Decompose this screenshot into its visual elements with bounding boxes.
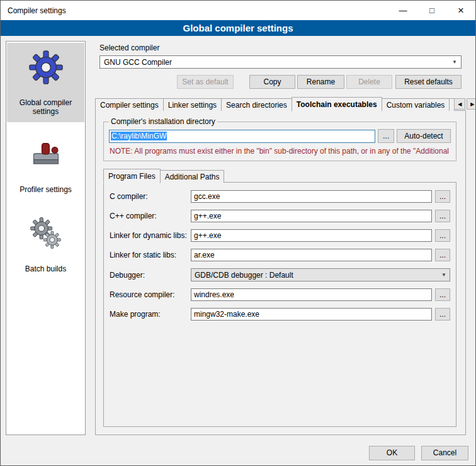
compiler-buttons-row: Set as default Copy Rename Delete Reset …	[99, 75, 462, 89]
blue-gear-icon	[29, 50, 63, 84]
debugger-label: Debugger:	[110, 271, 188, 280]
selected-compiler-label: Selected compiler	[99, 43, 462, 52]
debugger-value: GDB/CDB debugger : Default	[195, 271, 293, 280]
linker-static-browse-button[interactable]: ...	[435, 249, 450, 261]
linker-static-label: Linker for static libs:	[110, 251, 188, 259]
reset-defaults-button[interactable]: Reset defaults	[395, 75, 462, 89]
cancel-button[interactable]: Cancel	[421, 446, 468, 460]
c-compiler-browse-button[interactable]: ...	[435, 190, 450, 203]
resource-compiler-input[interactable]: windres.exe	[191, 288, 432, 301]
linker-dynamic-value: g++.exe	[194, 231, 221, 240]
titlebar[interactable]: Compiler settings — □ ×	[1, 1, 475, 20]
sidebar-item-profiler-settings[interactable]: Profiler settings	[7, 131, 84, 200]
tab-scroll-arrows: ◀ ▶	[454, 98, 476, 110]
sidebar-item-label: Profiler settings	[11, 185, 81, 194]
tab-additional-paths[interactable]: Additional Paths	[160, 170, 225, 183]
program-files-tab-bar: Program Files Additional Paths	[103, 169, 456, 183]
tab-search-directories[interactable]: Search directories	[221, 98, 292, 111]
maximize-button[interactable]: □	[417, 1, 446, 20]
tab-scroll-left-button[interactable]: ◀	[454, 98, 465, 110]
tab-program-files[interactable]: Program Files	[103, 169, 161, 183]
program-files-page: C compiler: gcc.exe ... C++ compiler: g+…	[103, 182, 456, 427]
installation-directory-legend: Compiler's installation directory	[109, 117, 217, 126]
tab-custom-variables[interactable]: Custom variables	[382, 98, 450, 111]
chevron-down-icon: ▼	[452, 59, 457, 65]
field-row: C++ compiler: g++.exe ...	[110, 210, 450, 222]
main-panel: Selected compiler GNU GCC Compiler ▼ Set…	[92, 41, 470, 435]
arrow-left-icon: ◀	[458, 101, 462, 107]
compiler-settings-dialog: Compiler settings — □ × Global compiler …	[0, 0, 476, 466]
page-title: Global compiler settings	[1, 20, 475, 36]
linker-dynamic-browse-button[interactable]: ...	[435, 229, 450, 242]
installation-directory-value: C:\raylib\MinGW	[111, 132, 167, 140]
tab-scroll-right-button[interactable]: ▶	[467, 98, 476, 110]
debugger-select[interactable]: GDB/CDB debugger : Default ▼	[191, 268, 450, 281]
resource-compiler-value: windres.exe	[194, 290, 234, 299]
dialog-footer: OK Cancel	[1, 440, 475, 465]
tab-linker-settings[interactable]: Linker settings	[163, 98, 222, 111]
minimize-button[interactable]: —	[388, 1, 417, 20]
arrow-right-icon: ▶	[470, 101, 474, 107]
linker-static-input[interactable]: ar.exe	[191, 249, 432, 261]
toolchain-tab-page: Compiler's installation directory C:\ray…	[95, 110, 466, 435]
compiler-select-value: GNU GCC Compiler	[104, 58, 172, 67]
sidebar: Global compiler settings Profiler settin…	[6, 41, 86, 435]
installation-directory-input[interactable]: C:\raylib\MinGW	[109, 130, 375, 143]
make-program-browse-button[interactable]: ...	[435, 308, 450, 321]
settings-tab-bar: Compiler settings Linker settings Search…	[95, 97, 466, 111]
browse-directory-button[interactable]: ...	[378, 129, 394, 143]
window-controls: — □ ×	[388, 1, 475, 20]
compiler-select[interactable]: GNU GCC Compiler ▼	[99, 55, 462, 69]
close-button[interactable]: ×	[446, 1, 475, 20]
sidebar-item-label: Global compiler settings	[11, 98, 81, 116]
c-compiler-input[interactable]: gcc.exe	[191, 190, 432, 203]
rename-button[interactable]: Rename	[297, 75, 344, 89]
linker-dynamic-input[interactable]: g++.exe	[191, 229, 432, 242]
window-title: Compiler settings	[8, 6, 66, 15]
cpp-compiler-browse-button[interactable]: ...	[435, 210, 450, 222]
make-program-input[interactable]: mingw32-make.exe	[191, 308, 432, 321]
ok-button[interactable]: OK	[369, 446, 415, 460]
field-row: Make program: mingw32-make.exe ...	[110, 308, 450, 321]
c-compiler-label: C compiler:	[110, 192, 188, 201]
field-row: Linker for static libs: ar.exe ...	[110, 249, 450, 261]
resource-compiler-label: Resource compiler:	[110, 290, 188, 299]
resource-compiler-browse-button[interactable]: ...	[435, 288, 450, 301]
delete-button[interactable]: Delete	[346, 75, 392, 89]
field-row: Resource compiler: windres.exe ...	[110, 288, 450, 301]
chevron-down-icon: ▼	[441, 272, 446, 278]
maximize-icon: □	[429, 6, 434, 15]
profiler-plane-icon	[30, 139, 62, 171]
field-row: C compiler: gcc.exe ...	[110, 190, 450, 203]
copy-button[interactable]: Copy	[249, 75, 295, 89]
tab-toolchain-executables[interactable]: Toolchain executables	[292, 97, 382, 111]
field-row: Debugger: GDB/CDB debugger : Default ▼	[110, 268, 450, 281]
installation-directory-row: C:\raylib\MinGW ... Auto-detect	[109, 129, 451, 143]
dialog-body: Global compiler settings Profiler settin…	[1, 36, 475, 440]
cpp-compiler-input[interactable]: g++.exe	[191, 210, 432, 222]
installation-directory-group: Compiler's installation directory C:\ray…	[103, 117, 456, 161]
c-compiler-value: gcc.exe	[194, 192, 220, 201]
sidebar-item-batch-builds[interactable]: Batch builds	[7, 209, 84, 280]
linker-static-value: ar.exe	[194, 251, 215, 259]
sidebar-item-global-compiler-settings[interactable]: Global compiler settings	[7, 43, 84, 122]
bin-subdirectory-note: NOTE: All programs must exist either in …	[110, 147, 450, 156]
make-program-label: Make program:	[110, 310, 188, 319]
auto-detect-button[interactable]: Auto-detect	[397, 129, 451, 143]
set-as-default-button[interactable]: Set as default	[177, 75, 234, 89]
close-icon: ×	[458, 4, 464, 17]
field-row: Linker for dynamic libs: g++.exe ...	[110, 229, 450, 242]
tab-compiler-settings[interactable]: Compiler settings	[95, 98, 164, 111]
minimize-icon: —	[399, 6, 407, 15]
grey-gears-icon	[29, 217, 63, 251]
sidebar-item-label: Batch builds	[11, 264, 81, 273]
cpp-compiler-value: g++.exe	[194, 212, 221, 220]
linker-dynamic-label: Linker for dynamic libs:	[110, 231, 188, 240]
cpp-compiler-label: C++ compiler:	[110, 212, 188, 220]
make-program-value: mingw32-make.exe	[194, 310, 259, 319]
